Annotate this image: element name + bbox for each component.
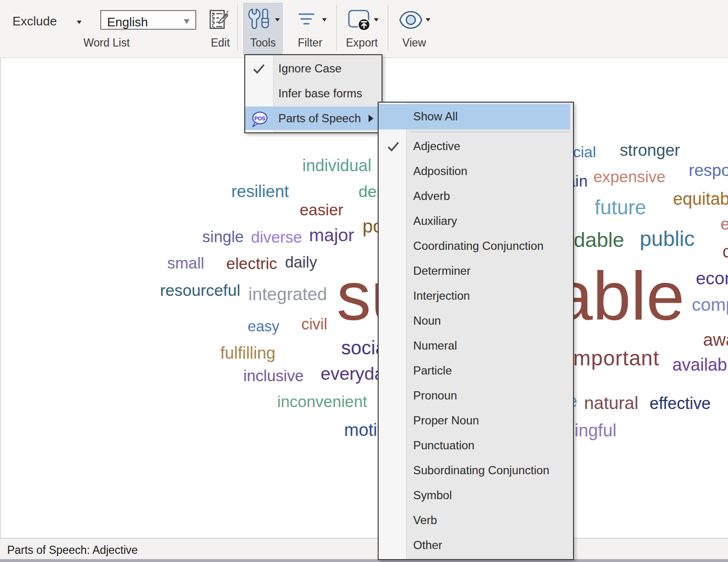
svg-text:POS: POS <box>254 116 265 121</box>
